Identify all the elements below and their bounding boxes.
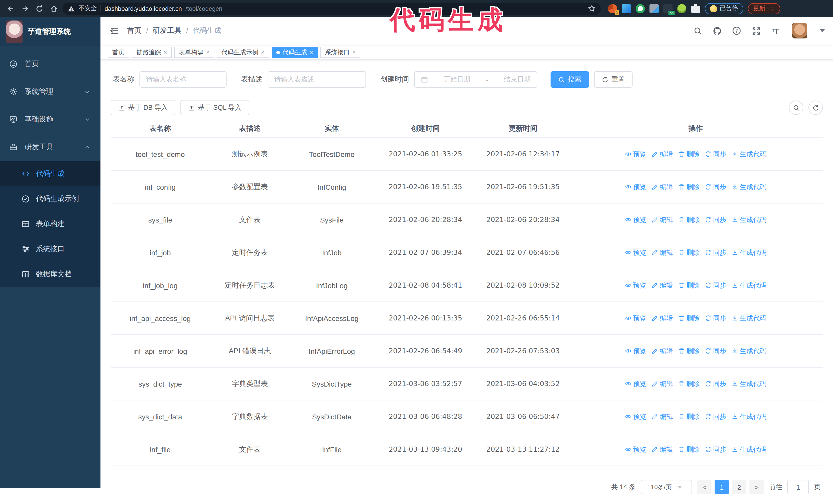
close-icon[interactable]: × <box>164 49 167 56</box>
generate-code-link[interactable]: 生成代码 <box>732 149 766 159</box>
sidebar-item-system-api[interactable]: 系统接口 <box>0 236 100 262</box>
edit-link[interactable]: 编辑 <box>651 149 673 159</box>
tab-system-api[interactable]: 系统接口× <box>320 47 360 58</box>
close-icon[interactable]: × <box>206 49 210 56</box>
close-icon[interactable]: × <box>261 49 264 56</box>
preview-link[interactable]: 预览 <box>625 346 646 356</box>
delete-link[interactable]: 删除 <box>678 182 700 192</box>
generate-code-link[interactable]: 生成代码 <box>732 346 766 356</box>
tab-codegen-example[interactable]: 代码生成示例× <box>217 47 269 58</box>
preview-link[interactable]: 预览 <box>625 149 646 159</box>
generate-code-link[interactable]: 生成代码 <box>732 182 766 192</box>
table-desc-input[interactable]: 请输入表描述 <box>268 71 366 88</box>
edit-link[interactable]: 编辑 <box>651 248 673 257</box>
generate-code-link[interactable]: 生成代码 <box>732 281 766 290</box>
paused-extension-chip[interactable]: 已暂停 <box>705 3 743 14</box>
refresh-table-button[interactable] <box>808 100 823 115</box>
delete-link[interactable]: 删除 <box>678 215 700 224</box>
table-name-input[interactable]: 请输入表名称 <box>139 71 227 88</box>
preview-link[interactable]: 预览 <box>625 445 646 454</box>
generate-code-link[interactable]: 生成代码 <box>732 215 766 224</box>
prev-page-button[interactable]: < <box>697 480 712 494</box>
page-button-1[interactable]: 1 <box>715 480 729 494</box>
delete-link[interactable]: 删除 <box>678 248 700 257</box>
generate-code-link[interactable]: 生成代码 <box>732 248 766 257</box>
delete-link[interactable]: 删除 <box>678 346 700 356</box>
font-size-icon[interactable]: tT <box>770 26 781 36</box>
delete-link[interactable]: 删除 <box>678 445 700 454</box>
github-icon[interactable] <box>712 26 722 36</box>
sidebar-item-codegen[interactable]: 代码生成 <box>0 161 100 186</box>
sync-link[interactable]: 同步 <box>705 281 727 290</box>
avatar-caret-icon[interactable] <box>820 29 825 32</box>
edit-link[interactable]: 编辑 <box>651 379 673 388</box>
reset-button[interactable]: 重置 <box>594 71 633 88</box>
browser-back-icon[interactable] <box>5 3 17 14</box>
preview-link[interactable]: 预览 <box>625 182 646 192</box>
sidebar-item-home[interactable]: 首页 <box>0 50 100 78</box>
url-bar[interactable]: 不安全 dashboard.yudao.iocoder.cn/tool/code… <box>63 2 601 15</box>
edit-link[interactable]: 编辑 <box>651 314 673 323</box>
fullscreen-icon[interactable] <box>751 26 761 36</box>
preview-link[interactable]: 预览 <box>625 281 646 290</box>
tab-codegen[interactable]: 代码生成× <box>272 47 318 58</box>
close-icon[interactable]: × <box>352 49 356 56</box>
hamburger-icon[interactable] <box>109 25 120 37</box>
sync-link[interactable]: 同步 <box>705 182 727 192</box>
edit-link[interactable]: 编辑 <box>651 445 673 454</box>
date-range-picker[interactable]: 开始日期 - 结束日期 <box>414 71 537 88</box>
sync-link[interactable]: 同步 <box>705 379 727 388</box>
edit-link[interactable]: 编辑 <box>651 412 673 421</box>
delete-link[interactable]: 删除 <box>678 412 700 421</box>
page-button-2[interactable]: 2 <box>732 480 746 494</box>
sync-link[interactable]: 同步 <box>705 445 727 454</box>
sync-link[interactable]: 同步 <box>705 149 727 159</box>
preview-link[interactable]: 预览 <box>625 314 646 323</box>
extension-icon-robot[interactable] <box>677 4 686 13</box>
extension-icon-puzzle[interactable] <box>691 4 700 13</box>
sidebar-item-system[interactable]: 系统管理 <box>0 78 100 105</box>
generate-code-link[interactable]: 生成代码 <box>732 379 766 388</box>
generate-code-link[interactable]: 生成代码 <box>732 412 766 421</box>
edit-link[interactable]: 编辑 <box>651 346 673 356</box>
extension-icon-orange[interactable]: 1 <box>608 4 617 13</box>
sidebar-item-infra[interactable]: 基础设施 <box>0 105 100 133</box>
extension-icon-green-check[interactable] <box>636 4 645 13</box>
kebab-menu-icon[interactable]: ⋮ <box>769 6 775 11</box>
tab-form-builder[interactable]: 表单构建× <box>174 47 214 58</box>
search-button[interactable]: 搜索 <box>551 71 589 88</box>
delete-link[interactable]: 删除 <box>678 281 700 290</box>
breadcrumb-devtools[interactable]: 研发工具 <box>153 26 182 35</box>
page-size-select[interactable]: 10条/页 <box>641 480 692 494</box>
sync-link[interactable]: 同步 <box>705 215 727 224</box>
delete-link[interactable]: 删除 <box>678 314 700 323</box>
help-icon[interactable]: ? <box>732 26 742 36</box>
bookmark-star-icon[interactable] <box>588 5 596 12</box>
delete-link[interactable]: 删除 <box>678 379 700 388</box>
extension-icon-dark[interactable]: on <box>663 4 672 13</box>
generate-code-link[interactable]: 生成代码 <box>732 314 766 323</box>
edit-link[interactable]: 编辑 <box>651 215 673 224</box>
sidebar-logo[interactable]: 芋道管理系统 <box>0 17 100 46</box>
edit-link[interactable]: 编辑 <box>651 182 673 192</box>
tab-home[interactable]: 首页 <box>108 47 129 58</box>
sync-link[interactable]: 同步 <box>705 248 727 257</box>
preview-link[interactable]: 预览 <box>625 248 646 257</box>
avatar[interactable] <box>792 23 807 39</box>
browser-reload-icon[interactable] <box>34 3 45 14</box>
sync-link[interactable]: 同步 <box>705 346 727 356</box>
close-icon[interactable]: × <box>310 49 313 56</box>
sidebar-item-form-builder[interactable]: 表单构建 <box>0 211 100 236</box>
next-page-button[interactable]: > <box>749 480 764 494</box>
tab-tracing[interactable]: 链路追踪× <box>132 47 172 58</box>
extension-icon-gem[interactable] <box>622 4 631 13</box>
browser-forward-icon[interactable] <box>20 3 31 14</box>
extension-icon-grid[interactable] <box>649 4 659 13</box>
sync-link[interactable]: 同步 <box>705 412 727 421</box>
sidebar-item-db-doc[interactable]: 数据库文档 <box>0 262 100 287</box>
sync-link[interactable]: 同步 <box>705 314 727 323</box>
show-search-button[interactable] <box>789 100 803 115</box>
preview-link[interactable]: 预览 <box>625 412 646 421</box>
sidebar-item-codegen-example[interactable]: 代码生成示例 <box>0 186 100 211</box>
edit-link[interactable]: 编辑 <box>651 281 673 290</box>
